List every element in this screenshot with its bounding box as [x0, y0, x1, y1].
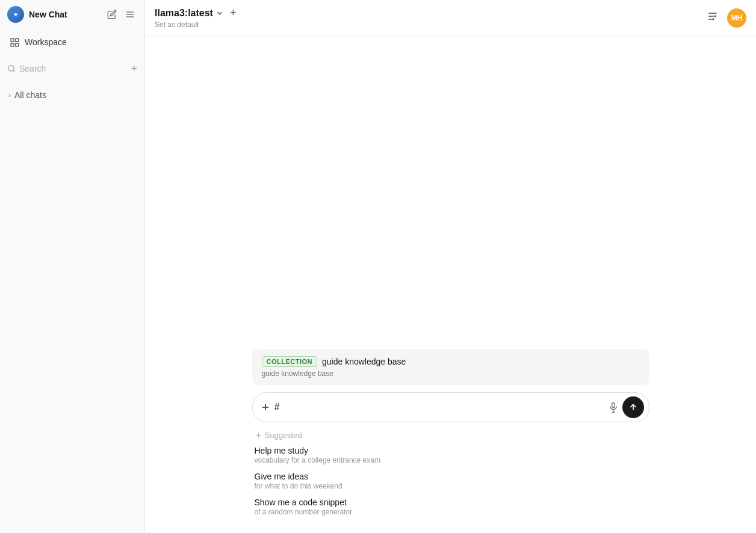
menu-button[interactable] — [123, 7, 137, 22]
suggestion-title-1: Give me ideas — [255, 472, 647, 481]
sidebar-item-workspace[interactable]: Workspace — [0, 29, 144, 55]
collection-line: COLLECTION guide knowledge base — [262, 356, 640, 367]
all-chats-label: All chats — [14, 90, 46, 100]
input-area: # — [252, 392, 649, 523]
svg-point-14 — [712, 18, 714, 20]
topbar: llama3:latest + Set as default MH — [145, 0, 756, 36]
sidebar-item-all-chats[interactable]: › All chats — [0, 82, 144, 108]
suggestion-sub-0: vocabulary for a college entrance exam — [255, 456, 647, 464]
svg-line-9 — [13, 70, 15, 72]
search-placeholder[interactable]: Search — [19, 64, 127, 73]
header-icons — [105, 7, 137, 22]
suggestion-title-2: Show me a code snippet — [255, 498, 647, 507]
attach-button[interactable] — [260, 402, 271, 413]
suggestion-item-1[interactable]: Give me ideas for what to do this weeken… — [255, 472, 647, 490]
new-folder-button[interactable]: + — [131, 63, 137, 75]
suggestions: Suggested Help me study vocabulary for a… — [252, 431, 649, 516]
hash-icon: # — [274, 402, 280, 413]
filter-button[interactable] — [704, 8, 721, 28]
svg-rect-5 — [16, 39, 19, 42]
chat-area: COLLECTION guide knowledge base guide kn… — [145, 36, 756, 533]
topbar-right: MH — [704, 8, 746, 28]
sidebar-header-left: New Chat — [7, 6, 67, 23]
suggestion-title-0: Help me study — [255, 446, 647, 455]
svg-point-13 — [714, 15, 716, 17]
topbar-left: llama3:latest + Set as default — [155, 7, 236, 29]
collection-suggestion: COLLECTION guide knowledge base guide kn… — [252, 349, 649, 385]
user-avatar[interactable]: MH — [727, 8, 746, 28]
collection-badge: COLLECTION — [262, 356, 318, 367]
send-button[interactable] — [622, 396, 644, 418]
suggestion-sub-1: for what to do this weekend — [255, 482, 647, 490]
add-model-button[interactable]: + — [230, 7, 237, 19]
chevron-icon: › — [8, 91, 11, 99]
model-selector[interactable]: llama3:latest + — [155, 7, 236, 19]
svg-rect-17 — [612, 403, 615, 408]
collection-name: guide knowledge base — [322, 357, 406, 366]
model-name: llama3:latest — [155, 8, 213, 19]
new-chat-label: New Chat — [29, 10, 67, 19]
suggestion-item-0[interactable]: Help me study vocabulary for a college e… — [255, 446, 647, 464]
sidebar: New Chat Workspac — [0, 0, 145, 533]
input-box: # — [252, 392, 649, 422]
svg-point-8 — [8, 66, 14, 71]
main-panel: llama3:latest + Set as default MH — [145, 0, 756, 533]
workspace-label: Workspace — [25, 37, 67, 47]
suggestion-sub-2: of a random number generator — [255, 508, 647, 516]
chat-input[interactable] — [283, 402, 604, 412]
app-logo — [7, 6, 24, 23]
svg-rect-4 — [11, 39, 14, 42]
sidebar-header: New Chat — [0, 0, 144, 29]
collection-sub: guide knowledge base — [262, 369, 640, 378]
edit-button[interactable] — [105, 7, 119, 22]
search-row: Search + — [0, 55, 144, 82]
mic-button[interactable] — [608, 402, 619, 413]
set-default-link[interactable]: Set as default — [155, 20, 199, 29]
suggestion-item-2[interactable]: Show me a code snippet of a random numbe… — [255, 498, 647, 516]
svg-rect-7 — [16, 43, 19, 46]
svg-rect-6 — [11, 43, 14, 46]
suggested-label: Suggested — [255, 431, 647, 440]
